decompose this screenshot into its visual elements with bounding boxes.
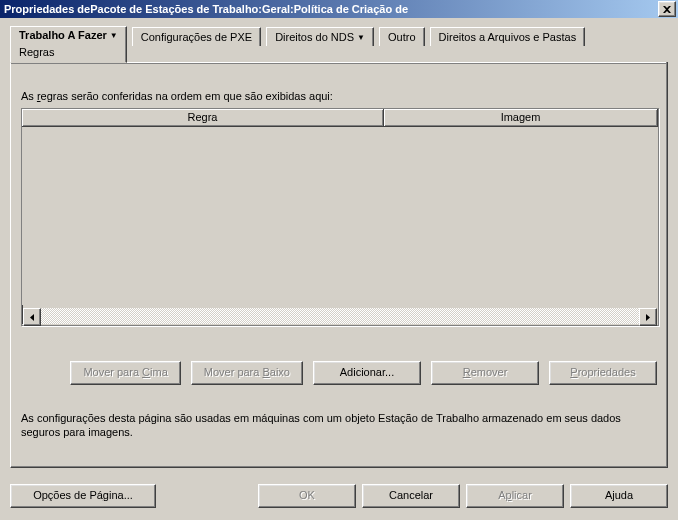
page-options-button[interactable]: Opções de Página... xyxy=(10,484,156,508)
tab-direitos-nds[interactable]: Direitos do NDS▼ xyxy=(266,27,374,46)
move-up-button[interactable]: Mover para Cima xyxy=(70,361,180,385)
horizontal-scrollbar[interactable] xyxy=(23,308,657,324)
intro-text: As regras serão conferidas na ordem em q… xyxy=(21,90,657,102)
tab-panel-regras: As regras serão conferidas na ordem em q… xyxy=(10,62,668,468)
title-bar: Propriedades dePacote de Estações de Tra… xyxy=(0,0,678,18)
close-icon xyxy=(663,6,671,13)
tab-configuracoes-pxe[interactable]: Configurações de PXE xyxy=(132,27,261,46)
tab-label: Trabalho A Fazer xyxy=(19,29,107,41)
tab-label: Configurações de PXE xyxy=(141,31,252,43)
chevron-down-icon: ▼ xyxy=(110,31,118,40)
scrollbar-track[interactable] xyxy=(41,308,639,324)
tab-label: Direitos do NDS xyxy=(275,31,354,43)
apply-button[interactable]: Aplicar xyxy=(466,484,564,508)
tab-label: Direitos a Arquivos e Pastas xyxy=(439,31,577,43)
tab-outro[interactable]: Outro xyxy=(379,27,425,46)
arrow-left-icon xyxy=(30,314,34,321)
tab-trabalho-a-fazer[interactable]: Trabalho A Fazer▼ Regras xyxy=(10,26,127,63)
tab-strip: Trabalho A Fazer▼ Regras Configurações d… xyxy=(10,27,668,63)
help-button[interactable]: Ajuda xyxy=(570,484,668,508)
properties-button[interactable]: Propriedades xyxy=(549,361,657,385)
cancel-button[interactable]: Cancelar xyxy=(362,484,460,508)
column-header-imagem[interactable]: Imagem xyxy=(384,109,658,127)
tab-direitos-arquivos[interactable]: Direitos a Arquivos e Pastas xyxy=(430,27,586,46)
footnote-text: As configurações desta página são usadas… xyxy=(21,411,657,439)
list-buttons: Mover para Cima Mover para Baixo Adicion… xyxy=(11,361,667,385)
column-header-regra[interactable]: Regra xyxy=(22,109,384,127)
tab-sublabel: Regras xyxy=(19,44,54,61)
rules-list[interactable]: Regra Imagem xyxy=(21,108,659,326)
remove-button[interactable]: Remover xyxy=(431,361,539,385)
close-button[interactable] xyxy=(658,1,676,17)
scroll-right-button[interactable] xyxy=(639,308,657,326)
add-button[interactable]: Adicionar... xyxy=(313,361,421,385)
rules-list-body[interactable] xyxy=(22,127,658,305)
tab-label: Outro xyxy=(388,31,416,43)
arrow-right-icon xyxy=(646,314,650,321)
column-headers: Regra Imagem xyxy=(22,109,658,127)
window-title: Propriedades dePacote de Estações de Tra… xyxy=(4,3,408,15)
ok-button[interactable]: OK xyxy=(258,484,356,508)
move-down-button[interactable]: Mover para Baixo xyxy=(191,361,303,385)
scroll-left-button[interactable] xyxy=(23,308,41,326)
dialog-button-bar: Opções de Página... OK Cancelar Aplicar … xyxy=(10,482,668,510)
chevron-down-icon: ▼ xyxy=(357,33,365,42)
client-area: Trabalho A Fazer▼ Regras Configurações d… xyxy=(0,18,678,520)
